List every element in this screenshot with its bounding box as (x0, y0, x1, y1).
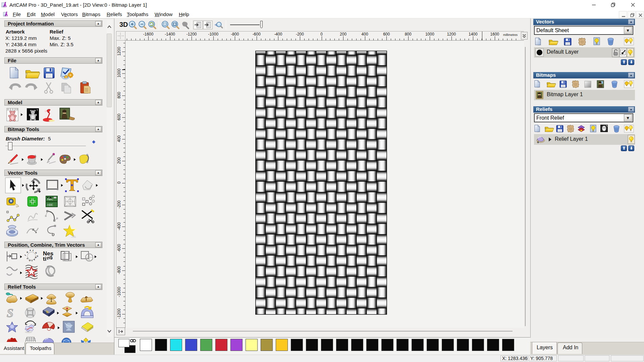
svg-text:t: t (24, 254, 27, 257)
svg-text:ABE: ABE (47, 203, 53, 206)
svg-text:u: u (29, 259, 31, 262)
svg-text:x: x (30, 249, 31, 252)
svg-text:T: T (37, 109, 38, 111)
svg-text:t: t (32, 249, 34, 252)
svg-text:e: e (26, 250, 29, 254)
svg-text:r: r (31, 259, 33, 262)
svg-text:S: S (7, 306, 13, 320)
svg-text:o: o (35, 251, 38, 254)
